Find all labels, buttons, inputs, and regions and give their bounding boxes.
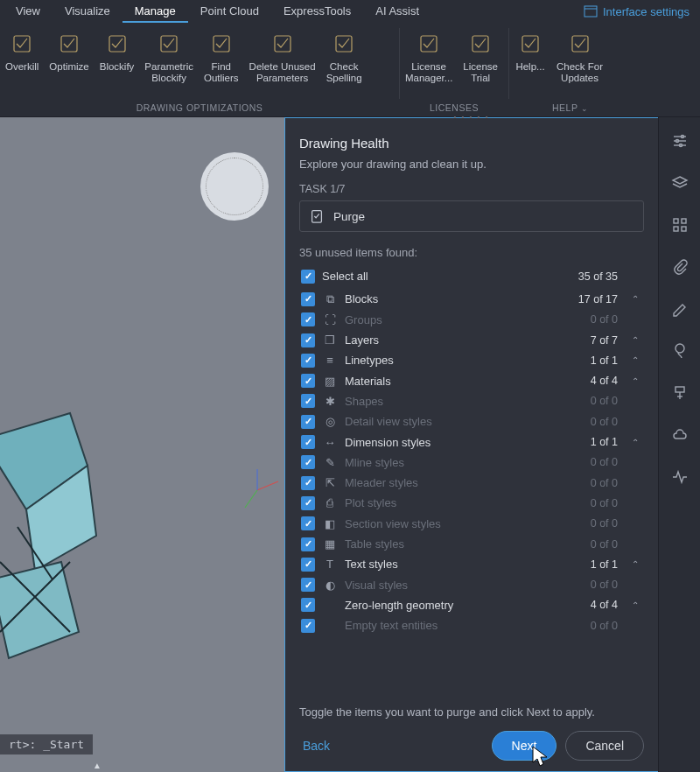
grid-icon[interactable] xyxy=(670,215,690,235)
purge-item-materials[interactable]: ▨Materials4 of 4⌃ xyxy=(299,370,644,390)
checkbox-icon[interactable] xyxy=(301,476,315,490)
purge-item-section-view-styles[interactable]: ◧Section view styles0 of 0 xyxy=(299,514,644,534)
chevron-up-icon[interactable]: ⌃ xyxy=(630,335,640,345)
checkbox-icon[interactable] xyxy=(301,270,315,284)
chevron-up-icon[interactable]: ⌃ xyxy=(630,376,640,386)
task-counter: TASK 1/7 xyxy=(299,183,644,195)
brush-icon[interactable] xyxy=(670,383,690,403)
purge-item-linetypes[interactable]: ≡Linetypes1 of 1⌃ xyxy=(299,350,644,370)
checkbox-icon[interactable] xyxy=(301,619,315,633)
back-button[interactable]: Back xyxy=(299,733,333,758)
purge-item-plot-styles[interactable]: ⎙Plot styles0 of 0 xyxy=(299,493,644,513)
ribbon-delete-unused-parameters[interactable]: Delete UnusedParameters xyxy=(244,26,321,84)
purge-item-mleader-styles[interactable]: ⇱Mleader styles0 of 0 xyxy=(299,473,644,493)
tool-icon xyxy=(207,30,235,58)
chevron-up-icon[interactable]: ⌃ xyxy=(630,438,640,447)
activity-icon[interactable] xyxy=(670,467,690,487)
purge-item-list: Select all 35 of 35 ⧉Blocks17 of 17⌃⛶Gro… xyxy=(299,266,644,695)
ribbon-help[interactable]: Help... xyxy=(509,26,551,73)
checkbox-icon[interactable] xyxy=(301,312,315,326)
svg-rect-6 xyxy=(214,36,229,52)
pencil-ruler-icon[interactable] xyxy=(670,299,690,319)
purge-item-detail-view-styles[interactable]: ◎Detail view styles0 of 0 xyxy=(299,411,644,432)
checkbox-icon[interactable] xyxy=(301,578,315,592)
sliders-icon[interactable] xyxy=(670,131,690,151)
checkbox-icon[interactable] xyxy=(301,333,315,347)
ribbon-check-for-updates[interactable]: Check ForUpdates xyxy=(551,26,608,84)
checkbox-icon[interactable] xyxy=(301,537,315,551)
ribbon-license-trial[interactable]: LicenseTrial xyxy=(458,26,503,84)
svg-point-34 xyxy=(676,344,684,353)
menu-tab-expresstools[interactable]: ExpressTools xyxy=(271,1,363,23)
checkbox-icon[interactable] xyxy=(301,598,315,612)
purge-item-empty-text-entities[interactable]: Empty text entities0 of 0 xyxy=(299,615,644,635)
ribbon-find-outliers[interactable]: FindOutliers xyxy=(199,26,244,84)
checkbox-icon[interactable] xyxy=(301,435,315,449)
checkbox-icon[interactable] xyxy=(301,558,315,572)
purge-item-dimension-styles[interactable]: ↔Dimension styles1 of 1⌃ xyxy=(299,432,644,452)
purge-item-table-styles[interactable]: ▦Table styles0 of 0 xyxy=(299,534,644,554)
item-count: 0 of 0 xyxy=(591,620,618,632)
axis-gizmo[interactable] xyxy=(231,464,284,516)
svg-marker-15 xyxy=(0,562,79,658)
ribbon-group-label: DRAWING OPTIMIZATIONS xyxy=(0,102,399,115)
menu-tab-manage[interactable]: Manage xyxy=(122,1,188,23)
checkbox-icon[interactable] xyxy=(301,374,315,388)
layers-icon[interactable] xyxy=(670,173,690,193)
purge-item-mline-styles[interactable]: ✎Mline styles0 of 0 xyxy=(299,453,644,473)
category-icon: ≡ xyxy=(322,354,338,367)
ribbon-optimize[interactable]: Optimize xyxy=(44,26,94,73)
cloud-icon[interactable] xyxy=(670,425,690,445)
category-icon: ↔ xyxy=(322,436,338,449)
svg-rect-11 xyxy=(522,36,538,52)
cancel-button[interactable]: Cancel xyxy=(565,731,644,761)
checkbox-icon[interactable] xyxy=(301,354,315,368)
command-line[interactable]: rt>: _Start xyxy=(0,734,93,754)
ribbon-license-manager[interactable]: LicenseManager... xyxy=(400,26,458,84)
svg-rect-33 xyxy=(682,227,686,231)
purge-item-shapes[interactable]: ✱Shapes0 of 0 xyxy=(299,391,644,411)
purge-item-zero-length-geometry[interactable]: Zero-length geometry4 of 4⌃ xyxy=(299,595,644,615)
layout-arrow-icon[interactable]: ▲ xyxy=(93,761,102,770)
menu-tab-ai-assist[interactable]: AI Assist xyxy=(363,1,431,23)
tool-icon xyxy=(155,30,183,58)
category-icon: ▦ xyxy=(322,537,338,551)
ribbon-parametric-blockify[interactable]: ParametricBlockify xyxy=(139,26,199,84)
chevron-up-icon[interactable]: ⌃ xyxy=(630,600,640,610)
viewcube[interactable] xyxy=(200,152,269,221)
menu-tab-view[interactable]: View xyxy=(4,1,52,23)
purge-item-blocks[interactable]: ⧉Blocks17 of 17⌃ xyxy=(299,289,644,309)
menu-tab-point-cloud[interactable]: Point Cloud xyxy=(188,1,271,23)
chevron-up-icon[interactable]: ⌃ xyxy=(630,294,640,304)
paperclip-icon[interactable] xyxy=(670,257,690,277)
checkbox-icon[interactable] xyxy=(301,496,315,510)
checkbox-icon[interactable] xyxy=(301,455,315,469)
next-button[interactable]: Next xyxy=(492,731,557,761)
purge-item-layers[interactable]: ❒Layers7 of 7⌃ xyxy=(299,330,644,350)
item-label: Groups xyxy=(345,313,584,326)
ribbon-check-spelling[interactable]: CheckSpelling xyxy=(321,26,368,84)
purge-item-visual-styles[interactable]: ◐Visual styles0 of 0 xyxy=(299,574,644,594)
purge-item-text-styles[interactable]: TText styles1 of 1⌃ xyxy=(299,554,644,574)
hint-text: Toggle the items you want to purge and c… xyxy=(299,705,644,719)
interface-settings-link[interactable]: Interface settings xyxy=(584,4,696,18)
chevron-up-icon[interactable]: ⌃ xyxy=(630,355,640,365)
checkbox-icon[interactable] xyxy=(301,394,315,408)
ribbon-blockify[interactable]: Blockify xyxy=(94,26,140,73)
checkbox-icon[interactable] xyxy=(301,292,315,306)
select-all-row[interactable]: Select all 35 of 35 xyxy=(299,266,644,286)
chevron-up-icon[interactable]: ⌃ xyxy=(630,559,640,569)
ribbon-overkill[interactable]: Overkill xyxy=(0,26,44,73)
category-icon: ◎ xyxy=(322,415,338,428)
svg-marker-29 xyxy=(673,177,687,184)
drawing-canvas[interactable]: rt>: _Start ▲ xyxy=(0,117,284,772)
item-count: 7 of 7 xyxy=(591,334,618,347)
task-name: Purge xyxy=(333,210,365,223)
item-count: 4 of 4 xyxy=(591,599,618,611)
menu-tab-visualize[interactable]: Visualize xyxy=(52,1,122,23)
checkbox-icon[interactable] xyxy=(301,415,315,429)
purge-item-groups[interactable]: ⛶Groups0 of 0 xyxy=(299,310,644,330)
checkbox-icon[interactable] xyxy=(301,516,315,530)
balloon-icon[interactable] xyxy=(670,341,690,361)
drag-grip-icon[interactable]: • • • • • xyxy=(454,113,490,121)
